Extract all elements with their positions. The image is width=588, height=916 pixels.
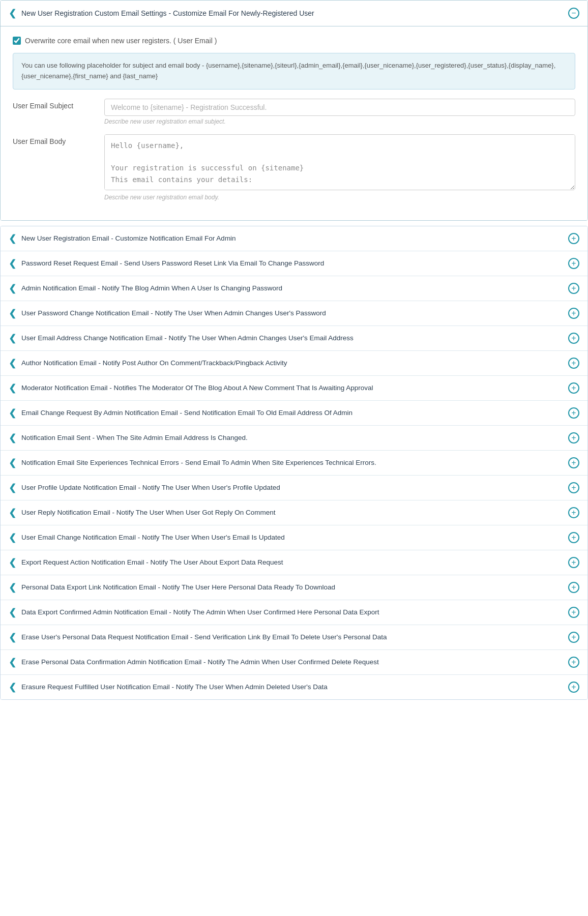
list-item-left: ❮Data Export Confirmed Admin Notificatio…	[9, 607, 379, 618]
expand-button[interactable]: +	[568, 607, 579, 618]
list-item-left: ❮Erasure Request Fulfilled User Notifica…	[9, 682, 328, 693]
expand-button[interactable]: +	[568, 358, 579, 369]
list-item[interactable]: ❮Admin Notification Email - Notify The B…	[1, 276, 587, 301]
arrow-icon: ❮	[9, 632, 16, 643]
expand-button[interactable]: +	[568, 283, 579, 294]
arrow-icon: ❮	[9, 407, 16, 419]
send-custom-email-checkbox[interactable]	[13, 37, 21, 45]
list-item-title: Data Export Confirmed Admin Notification…	[21, 608, 379, 616]
arrow-icon: ❮	[9, 8, 16, 19]
list-item-left: ❮Author Notification Email - Notify Post…	[9, 358, 287, 369]
top-header-left: ❮ New User Registration Custom Email Set…	[9, 8, 314, 19]
list-item[interactable]: ❮User Reply Notification Email - Notify …	[1, 500, 587, 525]
list-item[interactable]: ❮Data Export Confirmed Admin Notificatio…	[1, 600, 587, 625]
body-textarea[interactable]	[104, 134, 575, 190]
list-item-title: User Email Address Change Notification E…	[21, 334, 354, 342]
list-item[interactable]: ❮Notification Email Sent - When The Site…	[1, 426, 587, 451]
list-item[interactable]: ❮Export Request Action Notification Emai…	[1, 550, 587, 575]
list-item-left: ❮User Email Change Notification Email - …	[9, 532, 285, 543]
list-item-title: New User Registration Email - Customize …	[21, 234, 236, 242]
list-item[interactable]: ❮User Profile Update Notification Email …	[1, 476, 587, 500]
arrow-icon: ❮	[9, 283, 16, 294]
list-item[interactable]: ❮Password Reset Request Email - Send Use…	[1, 251, 587, 276]
list-item-left: ❮Moderator Notification Email - Notifies…	[9, 382, 373, 394]
collapse-button[interactable]: −	[568, 8, 579, 19]
expand-button[interactable]: +	[568, 657, 579, 668]
list-item-left: ❮User Profile Update Notification Email …	[9, 482, 280, 493]
expand-button[interactable]: +	[568, 457, 579, 468]
list-item-left: ❮New User Registration Email - Customize…	[9, 233, 236, 244]
top-accordion-body: Overwrite core email when new user regis…	[1, 26, 587, 220]
list-item[interactable]: ❮New User Registration Email - Customize…	[1, 226, 587, 251]
subject-hint: Describe new user registration email sub…	[104, 118, 575, 125]
expand-button[interactable]: +	[568, 507, 579, 518]
expand-button[interactable]: +	[568, 258, 579, 269]
list-item[interactable]: ❮Erase Personal Data Confirmation Admin …	[1, 650, 587, 675]
placeholder-info-box: You can use following placeholder for su…	[13, 53, 575, 90]
expand-button[interactable]: +	[568, 632, 579, 643]
list-item[interactable]: ❮User Email Address Change Notification …	[1, 326, 587, 351]
expand-button[interactable]: +	[568, 682, 579, 693]
subject-row: User Email Subject Describe new user reg…	[13, 99, 575, 125]
arrow-icon: ❮	[9, 457, 16, 468]
expand-button[interactable]: +	[568, 432, 579, 444]
expand-button[interactable]: +	[568, 308, 579, 319]
list-item-title: Notification Email Site Experiences Tech…	[21, 459, 376, 466]
subject-control-wrap: Describe new user registration email sub…	[104, 99, 575, 125]
top-section-title: New User Registration Custom Email Setti…	[21, 9, 314, 17]
list-item[interactable]: ❮Notification Email Site Experiences Tec…	[1, 451, 587, 476]
list-item-title: User Email Change Notification Email - N…	[21, 534, 285, 541]
arrow-icon: ❮	[9, 258, 16, 269]
list-item-title: Export Request Action Notification Email…	[21, 558, 283, 566]
list-item[interactable]: ❮User Email Change Notification Email - …	[1, 525, 587, 550]
expand-button[interactable]: +	[568, 532, 579, 543]
arrow-icon: ❮	[9, 607, 16, 618]
expand-button[interactable]: +	[568, 233, 579, 244]
list-item-left: ❮Notification Email Site Experiences Tec…	[9, 457, 376, 468]
expand-button[interactable]: +	[568, 557, 579, 568]
collapsible-list: ❮New User Registration Email - Customize…	[0, 226, 588, 700]
list-item-left: ❮Admin Notification Email - Notify The B…	[9, 283, 282, 294]
list-item[interactable]: ❮Personal Data Export Link Notification …	[1, 575, 587, 600]
send-custom-email-row: Overwrite core email when new user regis…	[13, 37, 575, 45]
list-item[interactable]: ❮Author Notification Email - Notify Post…	[1, 351, 587, 376]
list-item-title: Personal Data Export Link Notification E…	[21, 583, 335, 591]
arrow-icon: ❮	[9, 657, 16, 668]
arrow-icon: ❮	[9, 333, 16, 344]
list-item[interactable]: ❮Erasure Request Fulfilled User Notifica…	[1, 675, 587, 699]
body-hint: Describe new user registration email bod…	[104, 194, 575, 201]
list-item-title: Erase User's Personal Data Request Notif…	[21, 633, 387, 641]
expand-button[interactable]: +	[568, 407, 579, 419]
list-item[interactable]: ❮Erase User's Personal Data Request Noti…	[1, 625, 587, 650]
list-item-title: Erasure Request Fulfilled User Notificat…	[21, 683, 328, 691]
arrow-icon: ❮	[9, 382, 16, 394]
body-label: User Email Body	[13, 134, 104, 145]
subject-label: User Email Subject	[13, 99, 104, 110]
list-item-title: Password Reset Request Email - Send User…	[21, 259, 324, 267]
arrow-icon: ❮	[9, 682, 16, 693]
list-item[interactable]: ❮User Password Change Notification Email…	[1, 301, 587, 326]
arrow-icon: ❮	[9, 432, 16, 444]
expand-button[interactable]: +	[568, 582, 579, 593]
list-item-title: Erase Personal Data Confirmation Admin N…	[21, 658, 379, 666]
arrow-icon: ❮	[9, 358, 16, 369]
list-item-title: Moderator Notification Email - Notifies …	[21, 384, 373, 392]
list-item-title: Email Change Request By Admin Notificati…	[21, 409, 352, 417]
arrow-icon: ❮	[9, 557, 16, 568]
list-item-left: ❮User Reply Notification Email - Notify …	[9, 507, 275, 518]
subject-input[interactable]	[104, 99, 575, 116]
expand-button[interactable]: +	[568, 382, 579, 394]
expand-button[interactable]: +	[568, 333, 579, 344]
arrow-icon: ❮	[9, 482, 16, 493]
page-wrapper: ❮ New User Registration Custom Email Set…	[0, 0, 588, 700]
arrow-icon: ❮	[9, 308, 16, 319]
list-item[interactable]: ❮Moderator Notification Email - Notifies…	[1, 376, 587, 401]
list-item-left: ❮Notification Email Sent - When The Site…	[9, 432, 248, 444]
list-item[interactable]: ❮Email Change Request By Admin Notificat…	[1, 401, 587, 426]
body-row: User Email Body Describe new user regist…	[13, 134, 575, 201]
top-accordion-header[interactable]: ❮ New User Registration Custom Email Set…	[1, 1, 587, 26]
list-item-title: User Reply Notification Email - Notify T…	[21, 509, 275, 516]
expand-button[interactable]: +	[568, 482, 579, 493]
body-control-wrap: Describe new user registration email bod…	[104, 134, 575, 201]
top-accordion-section: ❮ New User Registration Custom Email Set…	[0, 0, 588, 221]
